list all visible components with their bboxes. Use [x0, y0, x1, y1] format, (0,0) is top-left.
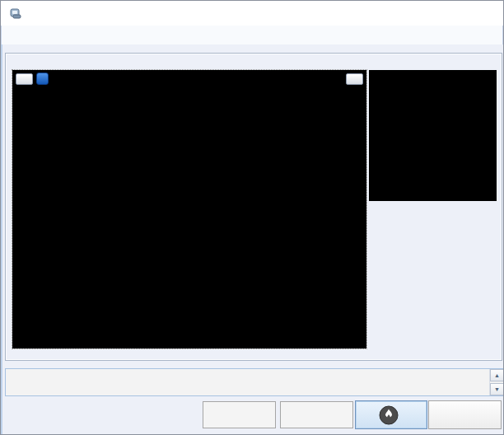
close-icon[interactable] — [466, 1, 503, 26]
wue-table — [369, 202, 497, 216]
scroll-up-icon[interactable]: ▲ — [490, 369, 504, 381]
chart-options-button-left[interactable] — [16, 73, 33, 85]
description-panel: ▲ ▼ — [5, 368, 504, 396]
dialog-window: ▲ ▼ — [0, 0, 504, 435]
app-icon — [9, 7, 22, 20]
close-button[interactable] — [428, 400, 502, 429]
wue-curve-svg[interactable] — [12, 70, 366, 348]
wue-curve-chart[interactable] — [12, 70, 366, 348]
col-header-wue — [432, 202, 497, 216]
description-scrollbar[interactable]: ▲ ▼ — [489, 369, 503, 395]
flame-icon — [379, 405, 399, 425]
menu-view[interactable] — [2, 33, 16, 38]
menu-help[interactable] — [16, 33, 31, 38]
redo-button[interactable] — [280, 401, 353, 428]
wue-groupbox — [5, 53, 502, 361]
col-header-coolant — [369, 202, 432, 216]
coolant-temp-gauge-svg — [369, 70, 497, 201]
dialog-content: ▲ ▼ — [1, 44, 504, 435]
wue-table-header — [369, 202, 497, 216]
menu-bar — [1, 26, 503, 44]
undo-button[interactable] — [203, 401, 276, 428]
coolant-temp-gauge — [369, 70, 497, 201]
help-icon[interactable] — [36, 72, 49, 85]
burn-button[interactable] — [355, 400, 427, 429]
scroll-down-icon[interactable]: ▼ — [490, 383, 504, 395]
chart-options-button-right[interactable] — [346, 73, 363, 85]
title-bar[interactable] — [1, 1, 503, 26]
